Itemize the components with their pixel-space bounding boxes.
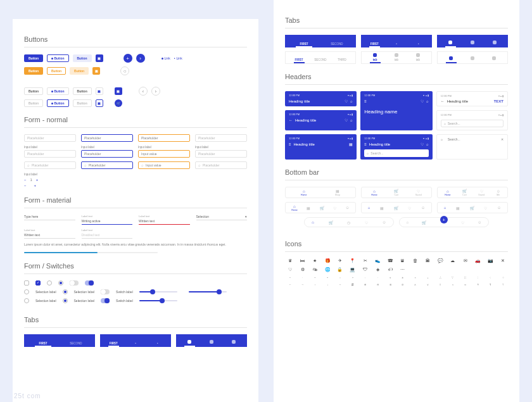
outline-icon-sq[interactable]: ▣	[96, 99, 103, 107]
search-icon[interactable]: ⌕	[350, 118, 353, 122]
radio[interactable]	[24, 298, 29, 303]
toggle[interactable]	[101, 289, 110, 294]
tab-item[interactable]	[483, 41, 505, 47]
tab-item[interactable]	[462, 41, 484, 47]
labeled-input[interactable]: Input value	[138, 150, 190, 158]
tab-item[interactable]: •	[125, 342, 147, 347]
white-button-2[interactable]: Button	[73, 87, 92, 95]
mat-input-active[interactable]: Writing active	[82, 219, 133, 225]
radio-selected[interactable]	[63, 289, 68, 294]
fab-plus[interactable]: +	[124, 54, 132, 63]
primary-button[interactable]: Button	[24, 54, 43, 62]
cart-icon-button[interactable]: 🛒	[115, 99, 122, 107]
search-input[interactable]: Placeholder	[195, 161, 247, 169]
heart-icon[interactable]: ♡	[421, 99, 424, 103]
tab-item[interactable]	[179, 340, 201, 347]
tab-first[interactable]: FIRST	[288, 58, 310, 63]
orange-outline-button[interactable]: Button	[47, 67, 66, 75]
heart-icon[interactable]: ♡	[345, 118, 348, 122]
bb-home[interactable]: ⌂Home	[301, 189, 307, 196]
text-input-warn[interactable]: Placeholder	[138, 134, 190, 142]
checkbox[interactable]	[24, 280, 29, 286]
search-input[interactable]: ⌕Search...	[364, 149, 428, 157]
search-icon[interactable]: ⌕	[426, 99, 429, 103]
text-input[interactable]: Placeholder	[195, 134, 247, 142]
tab-second[interactable]: SECOND	[310, 58, 331, 63]
tab-first[interactable]: FIRST	[103, 342, 125, 347]
toggle-on[interactable]	[101, 298, 110, 303]
back-icon[interactable]: ←	[289, 118, 293, 122]
text-action[interactable]: TEXT	[494, 99, 504, 103]
radio-selected[interactable]	[58, 280, 63, 286]
search-icon[interactable]: ⌕	[350, 99, 353, 103]
orange-button[interactable]: Button	[24, 67, 43, 75]
ghost-button-2[interactable]: Button	[73, 99, 92, 107]
tab-item[interactable]	[440, 41, 462, 47]
icon-button[interactable]: ▣	[96, 54, 103, 62]
toggle[interactable]	[70, 280, 79, 286]
search-icon[interactable]: ⌕	[441, 137, 443, 141]
menu-icon[interactable]: ≡	[364, 142, 367, 146]
white-button[interactable]: Button	[24, 87, 43, 95]
menu-icon[interactable]: ≡	[289, 142, 291, 146]
text-input-focus[interactable]: Placeholder	[81, 134, 133, 142]
tab-first[interactable]: FIRST	[364, 42, 386, 47]
tab-item[interactable]	[201, 340, 223, 347]
tab-first[interactable]: FIRST	[27, 342, 60, 347]
tab-item[interactable]	[222, 340, 244, 347]
mat-input[interactable]: Written text	[24, 233, 75, 239]
radio-selected[interactable]	[63, 298, 68, 303]
close-icon[interactable]: ✕	[501, 137, 504, 141]
slider[interactable]	[139, 291, 177, 292]
link-text[interactable]: •Link	[174, 56, 182, 60]
orange-subtle-button[interactable]: Button	[70, 67, 89, 75]
labeled-input[interactable]: Placeholder	[81, 150, 133, 158]
white-icon-button[interactable]: Button	[47, 87, 69, 95]
tab-item[interactable]: tab	[364, 53, 386, 63]
fab-arrow[interactable]: ›	[136, 54, 145, 63]
search-input[interactable]: ⌕Search...	[441, 120, 504, 127]
bb-shop[interactable]: ▦Shop	[335, 189, 340, 196]
tab-third[interactable]: THIRD	[331, 58, 353, 63]
heart-icon[interactable]: ♡	[421, 142, 424, 146]
tab-second[interactable]: SECOND	[320, 42, 353, 47]
search-input[interactable]: Placeholder	[24, 161, 76, 169]
radio[interactable]	[47, 280, 52, 286]
subtle-button[interactable]: Button	[73, 54, 92, 62]
tab-item[interactable]: •	[146, 342, 168, 347]
bb-fab-plus[interactable]: +	[440, 216, 448, 223]
back-icon[interactable]: ←	[441, 99, 445, 103]
slider[interactable]	[139, 300, 177, 301]
tab-item[interactable]: •	[407, 42, 429, 47]
search-input[interactable]: Placeholder	[81, 161, 133, 169]
search-input[interactable]: Input value	[138, 161, 190, 169]
link-icon[interactable]: Link	[162, 56, 170, 60]
menu-icon[interactable]: ≡	[364, 99, 367, 103]
tab-second[interactable]: SECOND	[60, 342, 92, 347]
labeled-input[interactable]: Placeholder	[24, 150, 76, 158]
heart-icon[interactable]: ♡	[345, 99, 348, 103]
outline-button-2[interactable]: Button	[47, 99, 69, 107]
more-icon[interactable]: ▦	[349, 142, 353, 146]
white-icon-sq[interactable]: ▣	[96, 87, 103, 95]
stepper[interactable]: −1+	[24, 178, 247, 182]
tab-first[interactable]: FIRST	[288, 42, 320, 47]
tab-item[interactable]: •	[386, 42, 408, 47]
text-input[interactable]: Placeholder	[24, 134, 76, 142]
toggle-on[interactable]	[85, 280, 94, 286]
mat-input[interactable]: Type here	[24, 215, 75, 220]
ghost-button[interactable]: Button	[24, 99, 43, 107]
fab-right[interactable]: ›	[151, 87, 160, 96]
mat-input-error[interactable]: Written text	[139, 219, 190, 225]
slider[interactable]	[189, 291, 227, 292]
primary-icon-sq[interactable]: ▣	[115, 87, 122, 95]
fab-outline[interactable]: ○	[120, 66, 129, 75]
checkbox-checked[interactable]	[35, 280, 41, 286]
orange-icon-button[interactable]: ▣	[92, 67, 100, 75]
radio[interactable]	[24, 289, 29, 294]
mat-select[interactable]: Selection▾	[196, 215, 248, 220]
search-icon[interactable]: ⌕	[426, 142, 429, 146]
labeled-input[interactable]: Placeholder	[195, 150, 247, 158]
outline-button[interactable]: Button	[47, 54, 69, 62]
stepper-compact[interactable]: −+	[24, 184, 247, 187]
